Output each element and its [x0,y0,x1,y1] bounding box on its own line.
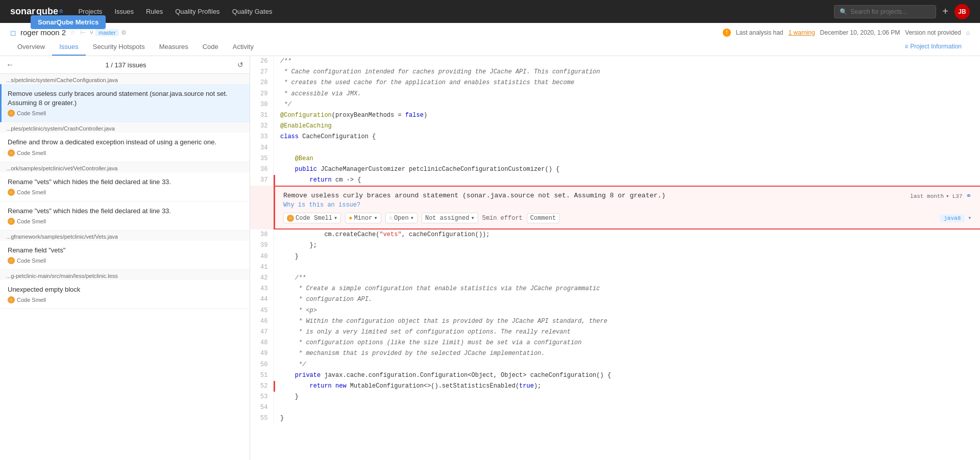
line-code-31: @Configuration(proxyBeanMethods = false) [275,110,980,121]
tab-overview[interactable]: Overview [10,39,52,56]
line-code-35: @Bean [275,154,980,164]
tag-chevron-icon[interactable]: ▾ [968,214,971,222]
line-num-43: 43 [250,284,273,294]
line-num-53: 53 [250,392,273,402]
file-path-3: ...ork/samples/petclinic/vet/VetControll… [0,162,250,172]
line-num-36: 36 [250,164,273,175]
line-code-34 [275,143,980,154]
nav-projects[interactable]: Projects [78,8,102,15]
warning-link[interactable]: 1 warning [789,29,815,36]
line-code-53: } [275,392,980,402]
search-input[interactable] [850,8,930,15]
permalink-icon[interactable]: ⚭ [966,192,972,200]
issue-item-3[interactable]: Rename "vets" which hides the field decl… [0,172,250,201]
line-num-44: 44 [250,294,273,305]
branch-icon: ⑂ [90,29,93,36]
line-code-43: * Create a simple configuration that ena… [275,284,980,294]
prev-issue-button[interactable]: ← [6,60,14,69]
code-line-27: 27 * Cache configuration intended for ca… [250,67,980,78]
line-ref: last month ▾ L37 ⚭ [910,192,971,200]
code-line-33: 33 class CacheConfiguration { [250,132,980,142]
status-control[interactable]: ○ Open ▾ [385,213,418,223]
project-info-button[interactable]: ≡ Project Information [904,43,970,50]
star-icon[interactable]: ☆ [70,29,76,36]
project-info-label: Project Information [910,43,962,50]
tab-code[interactable]: Code [195,39,226,56]
file-path-4: ...gframework/samples/petclinic/vet/Vets… [0,231,250,241]
line-code-28: * creates the used cache for the applica… [275,78,980,88]
inline-issue-panel-row: Remove useless curly braces around state… [250,186,980,229]
java8-tag[interactable]: java8 [940,214,965,222]
inline-issue-header: Remove useless curly braces around state… [283,192,972,209]
line-num-31: 31 [250,110,273,121]
tab-security-hotspots[interactable]: Security Hotspots [86,39,152,56]
code-line-38: 38 cm.createCache("vets", cacheConfigura… [250,229,980,240]
line-code-39: }; [275,240,980,251]
nav-quality-gates[interactable]: Quality Gates [232,8,273,15]
tags-area: java8 ▾ [940,214,971,222]
tab-measures[interactable]: Measures [152,39,195,56]
file-path-1: ...s/petclinic/system/CacheConfiguration… [0,74,250,84]
code-line-45: 45 * <p> [250,305,980,316]
issue-item-5[interactable]: Rename field "vets" ○ Code Smell [0,241,250,270]
issue-text-2: Define and throw a dedicated exception i… [8,138,243,147]
why-is-this-link[interactable]: Why is this an issue? [283,201,360,209]
line-num-41: 41 [250,262,273,273]
issue-item-1[interactable]: Remove useless curly braces around state… [0,84,250,122]
line-num-34: 34 [250,143,273,154]
nav-links: Projects Issues Rules Quality Profiles Q… [78,8,272,15]
top-nav: sonarqube® Projects Issues Rules Quality… [0,0,980,23]
nav-quality-profiles[interactable]: Quality Profiles [175,8,219,15]
nav-issues[interactable]: Issues [114,8,134,15]
code-line-40: 40 } [250,251,980,262]
branch-badge: master [95,29,119,36]
sonarqube-metrics-badge[interactable]: SonarQube Metrics [31,15,106,29]
assignee-label: Not assigned [425,215,469,222]
nav-rules[interactable]: Rules [146,8,163,15]
search-box[interactable]: 🔍 [834,5,936,18]
code-line-52: 52 return new MutableConfiguration<>().s… [250,381,980,392]
project-name: roger moon 2 [20,28,66,37]
line-num-52: 52 [250,381,273,392]
code-line-28: 28 * creates the used cache for the appl… [250,78,980,88]
line-code-40: } [275,251,980,262]
line-num-48: 48 [250,338,273,348]
issue-item-6[interactable]: Unexpected empty block ○ Code Smell [0,280,250,309]
chevron-down-icon[interactable]: ▾ [946,193,949,199]
code-line-51: 51 private javax.cache.configuration.Con… [250,370,980,381]
line-num-38: 38 [250,229,273,240]
tab-issues[interactable]: Issues [52,39,86,56]
line-code-27: * Cache configuration intended for cache… [275,67,980,78]
issue-item-4[interactable]: Rename "vets" which hides the field decl… [0,201,250,231]
home-icon[interactable]: ⌂ [966,29,970,36]
issue-type-3: ○ Code Smell [8,189,243,196]
issue-type-2: ○ Code Smell [8,149,243,157]
code-line-44: 44 * configuration API. [250,294,980,305]
analysis-date: December 10, 2020, 1:06 PM [820,29,900,36]
branch-settings-icon[interactable]: ⚙ [121,29,127,36]
file-path-2: ...ples/petclinic/system/CrashController… [0,122,250,133]
line-code-26: /** [275,56,980,67]
severity-control[interactable]: ● Minor ▾ [345,213,381,223]
project-icon: ◻ [10,29,16,37]
comment-button[interactable]: Comment [527,213,559,223]
refresh-button[interactable]: ↺ [237,61,243,69]
project-branch: ⑂ master ⚙ [90,29,127,36]
add-button[interactable]: + [942,6,948,17]
type-control[interactable]: ○ Code Smell ▾ [283,213,341,223]
avatar[interactable]: JB [954,4,970,19]
line-num-51: 51 [250,370,273,381]
search-icon: 🔍 [840,8,847,15]
issue-type-label-4: Code Smell [17,218,46,224]
inline-panel-line-num [250,186,273,229]
line-code-37: return cm -> { [275,175,980,186]
code-line-55: 55 } [250,413,980,424]
line-num-46: 46 [250,316,273,327]
list-icon: ≡ [904,43,908,50]
line-code-41 [275,262,980,273]
issue-item-2[interactable]: Define and throw a dedicated exception i… [0,133,250,162]
assignee-control[interactable]: Not assigned ▾ [422,213,478,223]
issue-text-4: Rename "vets" which hides the field decl… [8,207,243,216]
tab-activity[interactable]: Activity [226,39,261,56]
project-bar: ◻ roger moon 2 ☆ ⊢ ⑂ master ⚙ ! Last ana… [10,23,970,37]
